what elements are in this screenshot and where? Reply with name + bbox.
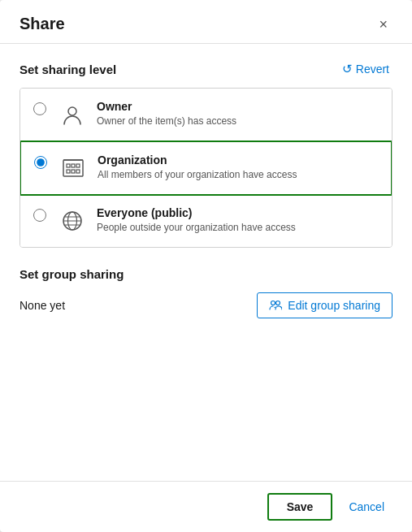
everyone-desc: People outside your organization have ac… (97, 222, 296, 233)
close-button[interactable]: × (374, 15, 392, 33)
svg-point-15 (276, 301, 280, 305)
owner-desc: Owner of the item(s) has access (97, 115, 236, 127)
dialog-body: Set sharing level ↺ Revert (0, 44, 412, 481)
sharing-options-list: Owner Owner of the item(s) has access (20, 88, 392, 248)
svg-point-0 (68, 107, 76, 115)
organization-label: Organization (98, 154, 297, 167)
group-sharing-row: None yet Edit group sharing (20, 292, 392, 318)
edit-group-label: Edit group sharing (288, 299, 380, 312)
save-button[interactable]: Save (267, 493, 333, 521)
edit-group-icon (269, 299, 282, 312)
svg-rect-7 (76, 170, 80, 173)
svg-rect-2 (67, 164, 70, 167)
share-dialog: Share × Set sharing level ↺ Revert (0, 0, 412, 532)
dialog-title: Share (20, 15, 65, 33)
option-everyone[interactable]: Everyone (public) People outside your or… (20, 195, 392, 247)
everyone-label: Everyone (public) (97, 206, 296, 219)
dialog-header: Share × (0, 0, 412, 44)
organization-desc: All members of your organization have ac… (98, 169, 297, 180)
building-icon (59, 154, 88, 183)
revert-button[interactable]: ↺ Revert (339, 60, 392, 78)
revert-icon: ↺ (342, 62, 353, 76)
svg-rect-4 (76, 164, 80, 167)
organization-radio[interactable] (34, 156, 47, 169)
owner-label: Owner (97, 100, 236, 113)
edit-group-sharing-button[interactable]: Edit group sharing (257, 292, 392, 318)
sharing-level-header: Set sharing level ↺ Revert (20, 60, 392, 78)
option-organization[interactable]: Organization All members of your organiz… (20, 141, 392, 196)
svg-point-14 (271, 301, 275, 305)
owner-radio[interactable] (33, 102, 46, 115)
svg-rect-6 (72, 170, 75, 173)
dialog-footer: Save Cancel (0, 481, 412, 532)
none-yet-label: None yet (20, 299, 65, 312)
globe-icon (58, 206, 87, 236)
svg-rect-1 (63, 160, 83, 176)
everyone-radio[interactable] (33, 209, 46, 222)
svg-rect-3 (72, 164, 75, 167)
person-icon (58, 100, 87, 129)
svg-rect-5 (67, 170, 70, 173)
group-sharing-title: Set group sharing (20, 267, 392, 281)
sharing-level-title: Set sharing level (20, 63, 116, 76)
cancel-button[interactable]: Cancel (340, 495, 392, 519)
revert-label: Revert (356, 63, 389, 76)
option-owner[interactable]: Owner Owner of the item(s) has access (20, 89, 392, 141)
